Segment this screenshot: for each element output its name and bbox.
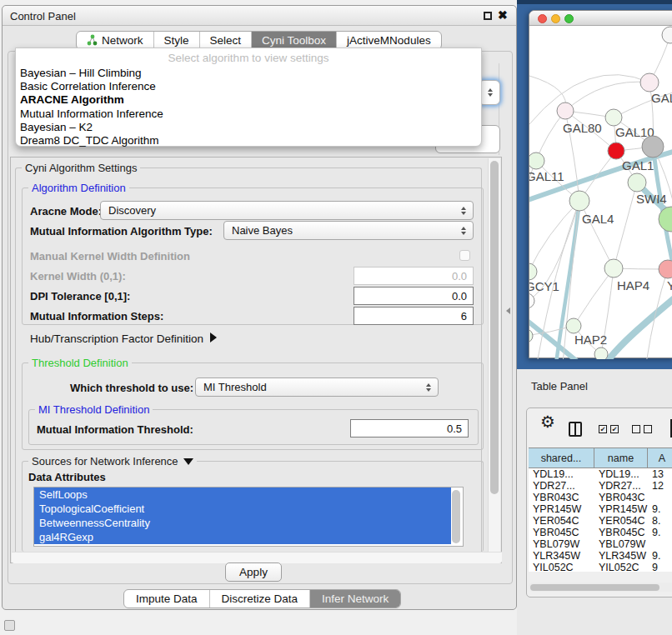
columns-icon[interactable] — [569, 422, 582, 437]
table-horizontal-scrollbar[interactable] — [529, 582, 672, 592]
mi-steps-label: Mutual Information Steps: — [30, 310, 163, 322]
algorithm-item-bayesian-hill-climbing[interactable]: Bayesian – Hill Climbing — [20, 67, 477, 80]
dpi-tolerance-field[interactable]: 0.0 — [354, 287, 474, 305]
unchecked-box-icon[interactable] — [632, 425, 640, 433]
hub-definition-label: Hub/Transcription Factor Definition — [30, 332, 203, 345]
table-row[interactable]: YPR145WYPR145W9. — [529, 503, 672, 515]
table-row[interactable]: YLR345WYLR345W9. — [529, 550, 672, 562]
tab-network[interactable]: Network — [77, 32, 153, 49]
minimize-light-icon[interactable] — [551, 14, 560, 23]
network-tab-icon — [87, 34, 98, 46]
collapse-down-icon[interactable] — [183, 458, 193, 465]
node-swi4[interactable] — [628, 173, 646, 192]
control-panel-titlebar[interactable]: Control Panel ✖ — [3, 6, 516, 26]
mi-type-select[interactable]: Naive Bayes — [223, 221, 474, 240]
attribute-item-topologicalcoefficient[interactable]: TopologicalCoefficient — [34, 502, 451, 516]
tab-label: Network — [102, 34, 143, 47]
which-threshold-select[interactable]: MI Threshold — [195, 378, 439, 397]
table-row[interactable]: YDL19...YDL19...13 — [529, 468, 672, 480]
node-table: shared...nameA YDL19...YDL19...13YDR27..… — [529, 448, 672, 572]
attribute-item-betweennesscentrality[interactable]: BetweennessCentrality — [34, 516, 451, 530]
settings-horizontal-scroll-track[interactable] — [12, 552, 502, 563]
bottom-tab-discretize-data[interactable]: Discretize Data — [209, 590, 310, 608]
node-gal1[interactable] — [608, 142, 624, 159]
node-bottom[interactable] — [594, 348, 608, 359]
network-window[interactable]: GALGAL80GAL10GAL1GAL11SWI4GAL4GCY1HAP4YH… — [529, 10, 672, 358]
node-gal10[interactable] — [605, 109, 622, 126]
cyni-algorithm-settings-title: Cyni Algorithm Settings — [22, 162, 140, 174]
column-header-shared-[interactable]: shared... — [529, 448, 594, 468]
tab-cyni-toolbox[interactable]: Cyni Toolbox — [251, 32, 336, 49]
scrollbar-thumb[interactable] — [490, 161, 499, 494]
column-header-a[interactable]: A — [648, 448, 672, 468]
settings-vertical-scrollbar[interactable] — [488, 158, 500, 552]
mi-steps-field[interactable]: 6 — [354, 307, 474, 325]
node-y[interactable] — [659, 260, 672, 278]
tab-style[interactable]: Style — [153, 32, 199, 49]
algorithm-item-basic-correlation-inference[interactable]: Basic Correlation Inference — [20, 80, 477, 93]
unchecked-box-icon[interactable] — [644, 425, 652, 433]
list-scrollbar[interactable] — [452, 490, 460, 543]
sources-title-text: Sources for Network Inference — [32, 455, 178, 468]
network-window-titlebar[interactable] — [529, 11, 672, 26]
network-canvas[interactable]: GALGAL80GAL10GAL1GAL11SWI4GAL4GCY1HAP4YH… — [529, 26, 672, 359]
table-cell: YBR045C — [529, 527, 594, 538]
table-row[interactable]: YBR043CYBR043C — [529, 492, 672, 503]
kernel-width-field[interactable]: 0.0 — [354, 267, 474, 285]
table-cell: YER054C — [529, 515, 594, 527]
traffic-lights — [538, 14, 574, 23]
float-window-icon[interactable] — [484, 12, 492, 20]
table-cell: YBL079W — [529, 538, 594, 550]
node-gal4[interactable] — [569, 191, 589, 211]
bottom-tab-impute-data[interactable]: Impute Data — [124, 590, 209, 608]
table-cell: 9. — [648, 503, 672, 515]
table-row[interactable]: YBR045CYBR045C9. — [529, 527, 672, 538]
expand-right-icon[interactable] — [210, 332, 217, 342]
zoom-light-icon[interactable] — [564, 14, 574, 23]
hub-definition-expander[interactable]: Hub/Transcription Factor Definition — [30, 332, 217, 345]
table-row[interactable]: YBL079WYBL079W — [529, 538, 672, 550]
node-gray[interactable] — [642, 136, 664, 158]
splitter-collapse-icon[interactable] — [506, 308, 510, 314]
node-hap2[interactable] — [566, 318, 581, 333]
scrollbar-thumb[interactable] — [530, 584, 659, 591]
attribute-item-gal4rgexp[interactable]: gal4RGexp — [34, 530, 451, 544]
table-cell — [648, 538, 672, 550]
close-icon[interactable]: ✖ — [498, 8, 508, 22]
node-gal2[interactable] — [640, 73, 659, 92]
data-attributes-label: Data Attributes — [28, 471, 106, 483]
data-attributes-list[interactable]: SelfLoopsTopologicalCoefficientBetweenne… — [33, 487, 464, 547]
algorithm-item-bayesian-k2[interactable]: Bayesian – K2 — [20, 121, 477, 134]
bottom-tab-infer-network[interactable]: Infer Network — [309, 590, 400, 608]
table-row[interactable]: YDR27...YDR27...12 — [529, 480, 672, 492]
apply-button[interactable]: Apply — [225, 562, 282, 582]
algorithm-list: Bayesian – Hill ClimbingBasic Correlatio… — [20, 67, 477, 148]
algorithm-item-aracne-algorithm[interactable]: ARACNE Algorithm — [20, 93, 477, 107]
sources-title[interactable]: Sources for Network Inference — [28, 455, 197, 468]
node-top[interactable] — [662, 27, 672, 43]
table-row[interactable]: YIL052CYIL052C9 — [529, 562, 672, 572]
node-gal11[interactable] — [529, 152, 544, 169]
aracne-mode-value: Discovery — [108, 204, 156, 217]
node-gal80[interactable] — [557, 102, 574, 119]
table-row[interactable]: YER054CYER054C8. — [529, 515, 672, 527]
manual-kernel-checkbox[interactable] — [459, 250, 470, 261]
algorithm-item-dream8-dc-tdc-algorithm[interactable]: Dream8 DC_TDC Algorithm — [20, 134, 477, 148]
tab-select[interactable]: Select — [199, 32, 252, 49]
aracne-mode-select[interactable]: Discovery — [100, 201, 474, 220]
column-header-name[interactable]: name — [594, 448, 648, 468]
mi-threshold-field[interactable]: 0.5 — [350, 419, 469, 438]
algorithm-item-mutual-information-inference[interactable]: Mutual Information Inference — [20, 108, 477, 121]
table-cell: 9 — [648, 562, 672, 572]
node-leftmid[interactable] — [529, 293, 534, 308]
tab-jactivemnodules[interactable]: jActiveMNodules — [336, 32, 441, 49]
close-light-icon[interactable] — [538, 14, 547, 23]
node-hap4[interactable] — [604, 259, 623, 278]
node-leftbot[interactable] — [529, 329, 533, 342]
checked-box-icon[interactable]: ✔ — [610, 425, 619, 433]
gear-icon[interactable]: ⚙ — [540, 412, 555, 432]
attribute-item-selfloops[interactable]: SelfLoops — [34, 488, 451, 502]
node-gcy1[interactable] — [529, 263, 537, 280]
dock-panel-icon[interactable] — [4, 620, 15, 631]
checked-box-icon[interactable]: ✔ — [599, 425, 607, 433]
